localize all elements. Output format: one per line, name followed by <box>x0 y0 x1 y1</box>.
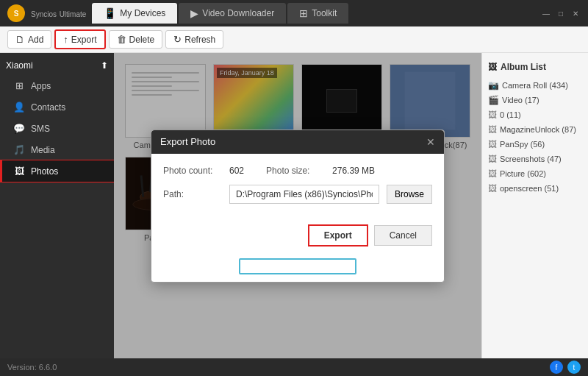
export-icon: ↑ <box>63 34 68 45</box>
add-button[interactable]: 🗋 Add <box>7 30 51 49</box>
delete-icon: 🗑 <box>117 34 126 45</box>
album-panel-title: 🖼 Album List <box>482 59 588 78</box>
path-label: Path: <box>163 189 222 199</box>
add-icon: 🗋 <box>15 34 25 45</box>
sidebar-sms-label: SMS <box>31 124 50 134</box>
device-name: Xiaomi <box>6 60 33 71</box>
album-camera-roll-text: Camera Roll (434) <box>502 81 568 90</box>
sidebar-item-media[interactable]: 🎵 Media <box>0 139 114 160</box>
window-controls: — □ ✕ <box>541 8 581 18</box>
toolkit-icon: ⊞ <box>299 7 308 19</box>
toolbar: 🗋 Add ↑ Export 🗑 Delete ↻ Refresh <box>0 26 588 53</box>
twitter-icon[interactable]: t <box>567 361 581 374</box>
modal-overlay: Export Photo ✕ Photo count: 602 Photo si… <box>114 53 481 358</box>
sidebar-contacts-label: Contacts <box>31 102 65 113</box>
app-edition: Ultimate <box>60 10 87 18</box>
sidebar-photos-label: Photos <box>31 166 58 177</box>
close-button[interactable]: ✕ <box>570 8 581 18</box>
album-magazine-text: MagazineUnlock (87) <box>500 125 576 134</box>
app-logo: S <box>7 4 25 22</box>
sidebar-item-photos[interactable]: 🖼 Photos <box>0 160 114 182</box>
photo-count-label: Photo count: <box>163 166 222 176</box>
album-zero-icon: 🖼 <box>488 110 497 120</box>
photo-size-label: Photo size: <box>266 166 325 176</box>
album-item-video[interactable]: 🎬 Video (17) <box>482 93 588 107</box>
sidebar-item-contacts[interactable]: 👤 Contacts <box>0 96 114 118</box>
tab-video-label: Video Downloader <box>202 8 274 18</box>
sidebar-item-sms[interactable]: 💬 SMS <box>0 118 114 139</box>
album-openscreen-icon: 🖼 <box>488 183 497 194</box>
title-bar: S Syncios Ultimate 📱 My Devices ▶ Video … <box>0 0 588 26</box>
sidebar-apps-label: Apps <box>31 81 51 91</box>
export-label: Export <box>71 35 97 45</box>
dialog-actions: Export Cancel <box>151 224 444 258</box>
progress-bar-fill <box>240 260 355 273</box>
refresh-button[interactable]: ↻ Refresh <box>165 30 223 49</box>
refresh-label: Refresh <box>184 35 215 45</box>
photo-count-row: Photo count: 602 Photo size: 276.39 MB <box>163 166 432 176</box>
album-item-zero[interactable]: 🖼 0 (11) <box>482 107 588 122</box>
sidebar-item-apps[interactable]: ⊞ Apps <box>0 75 114 96</box>
album-list-label: Album List <box>501 62 546 72</box>
export-button[interactable]: ↑ Export <box>54 29 105 49</box>
device-sync-icon: ⬆ <box>101 60 108 71</box>
cancel-button[interactable]: Cancel <box>374 225 432 246</box>
album-picture-icon: 🖼 <box>488 169 497 179</box>
delete-button[interactable]: 🗑 Delete <box>109 30 163 49</box>
dialog-header: Export Photo ✕ <box>151 130 444 154</box>
browse-button[interactable]: Browse <box>387 185 432 204</box>
album-list-icon: 🖼 <box>488 62 497 72</box>
tab-toolkit-label: Toolkit <box>312 8 337 18</box>
album-picture-text: Picture (602) <box>500 169 546 178</box>
nav-tabs: 📱 My Devices ▶ Video Downloader ⊞ Toolki… <box>92 3 348 24</box>
maximize-button[interactable]: □ <box>556 8 566 18</box>
title-bar-left: S Syncios Ultimate 📱 My Devices ▶ Video … <box>7 3 348 24</box>
album-panspy-icon: 🖼 <box>488 139 497 149</box>
album-magazine-icon: 🖼 <box>488 124 497 135</box>
photo-count-value: 602 <box>229 166 244 176</box>
album-item-screenshots[interactable]: 🖼 Screenshots (47) <box>482 152 588 166</box>
album-video-icon: 🎬 <box>488 95 499 105</box>
album-panspy-text: PanSpy (56) <box>500 140 545 149</box>
app-name-text: Syncios <box>31 10 57 18</box>
tab-video-downloader[interactable]: ▶ Video Downloader <box>179 3 286 24</box>
sidebar-media-label: Media <box>31 145 55 155</box>
version-text: Version: 6.6.0 <box>7 363 57 372</box>
album-item-openscreen[interactable]: 🖼 openscreen (51) <box>482 181 588 196</box>
status-bar: Version: 6.6.0 f t <box>0 358 588 376</box>
album-item-picture[interactable]: 🖼 Picture (602) <box>482 166 588 181</box>
dialog-close-button[interactable]: ✕ <box>426 136 435 148</box>
dialog-body: Photo count: 602 Photo size: 276.39 MB P… <box>151 154 444 224</box>
album-panel: 🖼 Album List 📷 Camera Roll (434) 🎬 Video… <box>481 53 588 358</box>
facebook-icon[interactable]: f <box>550 361 563 374</box>
progress-bar-container <box>239 258 356 274</box>
app-name: Syncios Ultimate <box>31 8 86 19</box>
contacts-icon: 👤 <box>13 102 25 113</box>
tab-my-devices-label: My Devices <box>120 8 165 18</box>
logo-char: S <box>14 10 19 18</box>
social-icons: f t <box>550 361 581 374</box>
export-photo-dialog: Export Photo ✕ Photo count: 602 Photo si… <box>151 130 445 283</box>
album-item-magazine[interactable]: 🖼 MagazineUnlock (87) <box>482 122 588 137</box>
tab-my-devices[interactable]: 📱 My Devices <box>92 3 177 24</box>
album-zero-text: 0 (11) <box>500 110 521 119</box>
dialog-title: Export Photo <box>160 136 215 147</box>
album-screenshots-text: Screenshots (47) <box>500 155 562 163</box>
phone-icon: 📱 <box>104 7 116 19</box>
sms-icon: 💬 <box>13 123 25 134</box>
add-label: Add <box>28 35 43 45</box>
album-screenshots-icon: 🖼 <box>488 154 497 164</box>
progress-area <box>151 258 444 282</box>
device-header: Xiaomi ⬆ <box>0 56 114 75</box>
album-item-camera-roll[interactable]: 📷 Camera Roll (434) <box>482 78 588 93</box>
export-confirm-button[interactable]: Export <box>308 224 368 246</box>
photo-size-value: 276.39 MB <box>332 166 375 176</box>
main-layout: Xiaomi ⬆ ⊞ Apps 👤 Contacts 💬 SMS 🎵 Media… <box>0 53 588 358</box>
path-input[interactable] <box>229 185 379 204</box>
minimize-button[interactable]: — <box>541 8 551 18</box>
media-icon: 🎵 <box>13 144 25 155</box>
album-item-panspy[interactable]: 🖼 PanSpy (56) <box>482 137 588 152</box>
album-video-text: Video (17) <box>502 96 539 104</box>
play-icon: ▶ <box>190 7 198 19</box>
tab-toolkit[interactable]: ⊞ Toolkit <box>287 3 348 24</box>
